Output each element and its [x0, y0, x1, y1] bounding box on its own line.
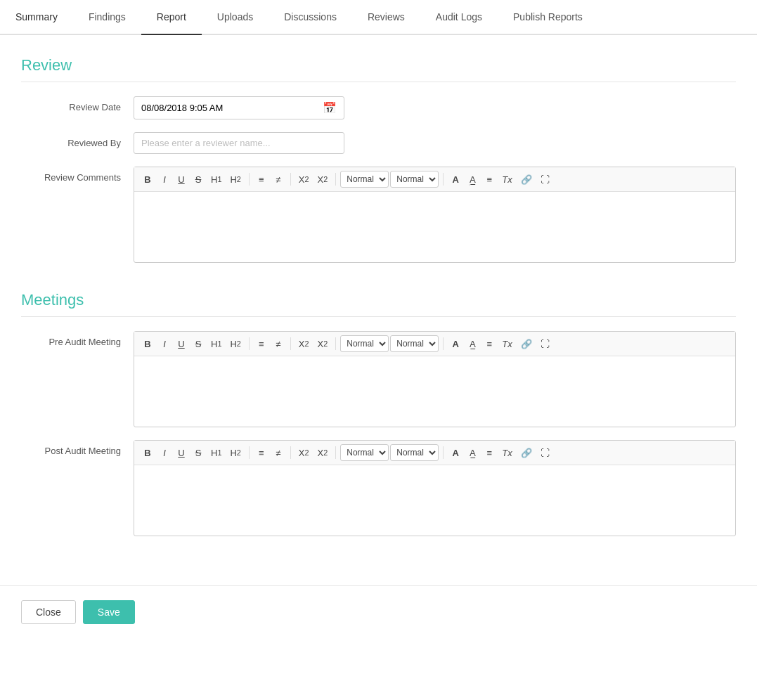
font-family-select-2[interactable]: Normal: [390, 335, 439, 352]
ordered-list-btn-3[interactable]: ≡: [254, 444, 269, 461]
unordered-list-btn-2[interactable]: ≠: [271, 335, 286, 352]
h2-btn-1[interactable]: H2: [226, 171, 244, 188]
review-date-label: Review Date: [21, 96, 134, 112]
tab-report[interactable]: Report: [141, 0, 202, 35]
post-audit-toolbar: B I U S H1 H2 ≡ ≠ X2 X2 No: [134, 441, 735, 465]
unordered-list-btn-3[interactable]: ≠: [271, 444, 286, 461]
h2-btn-3[interactable]: H2: [226, 444, 244, 461]
bold-btn-2[interactable]: B: [140, 335, 155, 352]
font-color-btn-1[interactable]: A: [448, 171, 463, 188]
post-audit-row: Post Audit Meeting B I U S H1 H2 ≡ ≠ X2: [21, 440, 736, 536]
tab-discussions[interactable]: Discussions: [268, 0, 352, 35]
calendar-icon[interactable]: 📅: [316, 97, 344, 119]
meetings-section: Meetings Pre Audit Meeting B I U S H1 H2…: [21, 284, 736, 536]
review-comments-toolbar: B I U S H1 H2 ≡ ≠ X2 X2 No: [134, 167, 735, 192]
italic-btn-2[interactable]: I: [157, 335, 172, 352]
ordered-list-btn-2[interactable]: ≡: [254, 335, 269, 352]
review-date-input[interactable]: [134, 98, 316, 118]
underline-btn-2[interactable]: U: [174, 335, 189, 352]
strike-btn-1[interactable]: S: [190, 171, 206, 188]
review-comments-control: B I U S H1 H2 ≡ ≠ X2 X2 No: [134, 167, 736, 263]
font-size-select-2[interactable]: Normal: [340, 335, 389, 352]
strike-btn-2[interactable]: S: [190, 335, 206, 352]
subscript-btn-3[interactable]: X2: [295, 444, 313, 461]
tab-audit-logs[interactable]: Audit Logs: [420, 0, 498, 35]
image-btn-1[interactable]: ⛶: [537, 171, 553, 188]
h1-btn-3[interactable]: H1: [207, 444, 225, 461]
subscript-btn-1[interactable]: X2: [295, 171, 313, 188]
sep-12: [443, 446, 444, 459]
post-audit-editor: B I U S H1 H2 ≡ ≠ X2 X2 No: [134, 440, 736, 536]
font-color-btn-2[interactable]: A: [448, 335, 463, 352]
unordered-list-btn-1[interactable]: ≠: [271, 171, 286, 188]
sep-2: [290, 173, 291, 186]
post-audit-control: B I U S H1 H2 ≡ ≠ X2 X2 No: [134, 440, 736, 536]
font-size-select-1[interactable]: Normal: [340, 171, 389, 188]
clear-format-btn-3[interactable]: Tx: [498, 444, 515, 461]
italic-btn-3[interactable]: I: [157, 444, 172, 461]
review-comments-row: Review Comments B I U S H1 H2 ≡ ≠ X2: [21, 167, 736, 263]
review-date-row: Review Date 📅: [21, 96, 736, 119]
superscript-btn-3[interactable]: X2: [314, 444, 332, 461]
sep-8: [443, 337, 444, 350]
link-btn-2[interactable]: 🔗: [517, 335, 536, 352]
reviewed-by-control: [134, 132, 736, 154]
sep-5: [249, 337, 250, 350]
ordered-list-btn-1[interactable]: ≡: [254, 171, 269, 188]
tab-publish-reports[interactable]: Publish Reports: [498, 0, 598, 35]
tab-findings[interactable]: Findings: [73, 0, 141, 35]
link-btn-1[interactable]: 🔗: [517, 171, 536, 188]
pre-audit-editor: B I U S H1 H2 ≡ ≠ X2 X2 No: [134, 331, 736, 427]
review-section: Review Review Date 📅 Reviewed By Review …: [21, 49, 736, 263]
subscript-btn-2[interactable]: X2: [295, 335, 313, 352]
italic-btn-1[interactable]: I: [157, 171, 172, 188]
image-btn-2[interactable]: ⛶: [537, 335, 553, 352]
h2-btn-2[interactable]: H2: [226, 335, 244, 352]
strike-btn-3[interactable]: S: [190, 444, 206, 461]
font-family-select-3[interactable]: Normal: [390, 444, 439, 461]
tab-reviews[interactable]: Reviews: [352, 0, 420, 35]
sep-6: [290, 337, 291, 350]
review-divider: [21, 82, 736, 82]
link-btn-3[interactable]: 🔗: [517, 444, 536, 461]
highlight-btn-1[interactable]: A̲: [465, 171, 480, 188]
image-btn-3[interactable]: ⛶: [537, 444, 553, 461]
underline-btn-3[interactable]: U: [174, 444, 189, 461]
clear-format-btn-2[interactable]: Tx: [498, 335, 515, 352]
bold-btn-1[interactable]: B: [140, 171, 155, 188]
tab-summary[interactable]: Summary: [0, 0, 73, 35]
pre-audit-toolbar: B I U S H1 H2 ≡ ≠ X2 X2 No: [134, 332, 735, 356]
sep-10: [290, 446, 291, 459]
superscript-btn-1[interactable]: X2: [314, 171, 332, 188]
post-audit-body[interactable]: [134, 465, 735, 536]
reviewed-by-input[interactable]: [134, 132, 344, 154]
align-btn-2[interactable]: ≡: [481, 335, 497, 352]
review-title: Review: [21, 49, 736, 74]
meetings-divider: [21, 316, 736, 317]
sep-1: [249, 173, 250, 186]
bottom-bar: Close Save: [0, 585, 757, 638]
superscript-btn-2[interactable]: X2: [314, 335, 332, 352]
date-input-wrapper: 📅: [134, 96, 344, 119]
pre-audit-body[interactable]: [134, 356, 735, 427]
align-btn-3[interactable]: ≡: [481, 444, 497, 461]
highlight-btn-2[interactable]: A̲: [465, 335, 480, 352]
highlight-btn-3[interactable]: A̲: [465, 444, 480, 461]
review-comments-label: Review Comments: [21, 167, 134, 183]
tab-bar: SummaryFindingsReportUploadsDiscussionsR…: [0, 0, 757, 35]
sep-9: [249, 446, 250, 459]
font-family-select-1[interactable]: Normal: [390, 171, 439, 188]
font-color-btn-3[interactable]: A: [448, 444, 463, 461]
review-comments-body[interactable]: [134, 192, 735, 262]
bold-btn-3[interactable]: B: [140, 444, 155, 461]
underline-btn-1[interactable]: U: [174, 171, 189, 188]
h1-btn-1[interactable]: H1: [207, 171, 225, 188]
clear-format-btn-1[interactable]: Tx: [498, 171, 515, 188]
close-button[interactable]: Close: [21, 600, 76, 624]
align-btn-1[interactable]: ≡: [481, 171, 497, 188]
sep-7: [335, 337, 336, 350]
tab-uploads[interactable]: Uploads: [202, 0, 268, 35]
font-size-select-3[interactable]: Normal: [340, 444, 389, 461]
h1-btn-2[interactable]: H1: [207, 335, 225, 352]
save-button[interactable]: Save: [83, 600, 135, 624]
